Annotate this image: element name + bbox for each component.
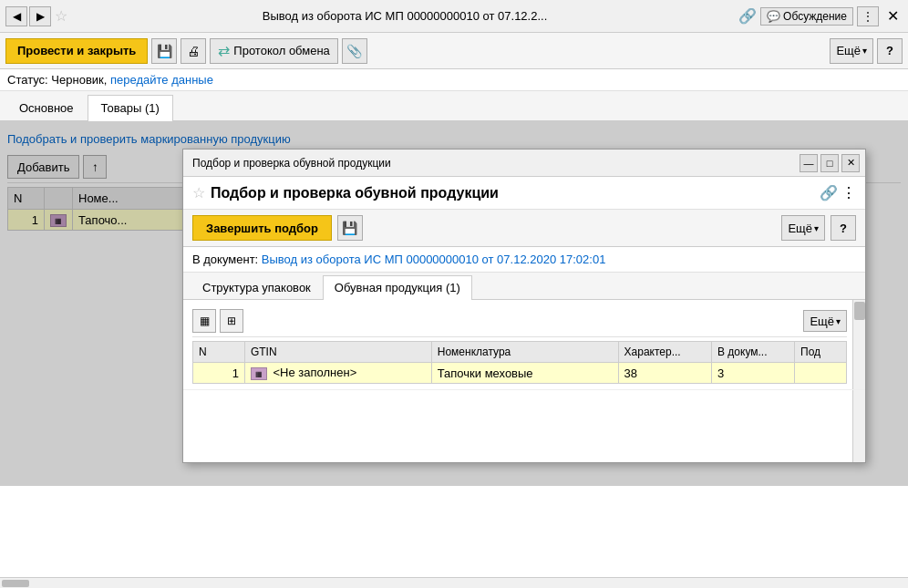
gtin-icon: ▦ <box>251 367 267 380</box>
status-link[interactable]: передайте данные <box>110 73 213 87</box>
modal-minimize-button[interactable]: — <box>800 154 818 172</box>
link-icon[interactable]: 🔗 <box>738 7 757 25</box>
main-toolbar: Провести и закрыть 💾 🖨 ⇄ Протокол обмена… <box>0 33 908 69</box>
save-icon: 💾 <box>157 44 172 58</box>
modal-titlebar: Подбор и проверка обувной продукции — □ … <box>183 150 865 177</box>
grid-icon: ⊞ <box>227 315 236 327</box>
modal-more-label: Ещё <box>788 222 812 235</box>
modal-star-icon[interactable]: ☆ <box>192 184 205 201</box>
modal-toolbar: Завершить подбор 💾 Ещё ? <box>183 210 865 247</box>
modal-header: ☆ Подбор и проверка обувной продукции 🔗 … <box>183 177 865 210</box>
exchange-protocol-button[interactable]: ⇄ Протокол обмена <box>210 38 338 64</box>
modal-table-row: 1 ▦ <Не заполнен> Тапочки меховые 38 3 <box>193 363 847 384</box>
status-bar: Статус: Черновик, передайте данные <box>0 69 908 91</box>
main-content: Подобрать и проверить маркированную прод… <box>0 121 908 486</box>
modal-dots-icon[interactable]: ⋮ <box>841 184 856 201</box>
exchange-icon: ⇄ <box>218 42 230 59</box>
modal-col-n: N <box>193 342 245 363</box>
status-prefix: Статус: <box>7 73 48 87</box>
modal-document-ref: В документ: Вывод из оборота ИС МП 00000… <box>183 247 865 273</box>
modal-cell-gtin: ▦ <Не заполнен> <box>244 363 431 384</box>
document-link[interactable]: Вывод из оборота ИС МП 00000000010 от 07… <box>262 253 606 266</box>
status-text: Черновик, <box>51 73 107 87</box>
scrollbar-thumb <box>854 302 865 320</box>
modal-titlebar-text: Подбор и проверка обувной продукции <box>189 157 800 170</box>
print-button[interactable]: 🖨 <box>181 38 206 64</box>
more-button[interactable]: Ещё <box>830 38 873 64</box>
modal-inner-toolbar: ▦ ⊞ Ещё <box>192 305 847 337</box>
favorite-button[interactable]: ☆ <box>51 6 71 26</box>
modal-empty-area <box>183 389 865 462</box>
post-and-close-button[interactable]: Провести и закрыть <box>5 38 148 64</box>
modal-col-char: Характер... <box>618 342 711 363</box>
chat-icon: 💬 <box>767 10 780 23</box>
chat-label: Обсуждение <box>783 10 847 23</box>
tab-main[interactable]: Основное <box>5 95 88 120</box>
gtin-text: <Не заполнен> <box>273 366 357 379</box>
barcode-icon: ▦ <box>200 315 210 327</box>
tab-goods[interactable]: Товары (1) <box>88 95 173 121</box>
forward-button[interactable]: ▶ <box>29 6 51 26</box>
modal-grid-button[interactable]: ⊞ <box>220 309 243 333</box>
modal-inner-more-label: Ещё <box>810 315 834 328</box>
back-button[interactable]: ◀ <box>5 6 27 26</box>
print-icon: 🖨 <box>187 44 200 58</box>
modal-scrollbar-2[interactable] <box>852 390 865 462</box>
modal-dialog: Подбор и проверка обувной продукции — □ … <box>182 149 866 463</box>
more-dots-button[interactable]: ⋮ <box>857 6 879 26</box>
title-bar: ◀ ▶ ☆ Вывод из оборота ИС МП 00000000010… <box>0 0 908 33</box>
clip-icon: 📎 <box>346 44 362 58</box>
modal-cell-vdok: 3 <box>712 363 795 384</box>
modal-title: Подбор и проверка обувной продукции <box>211 185 820 201</box>
modal-save-button[interactable]: 💾 <box>337 215 363 241</box>
modal-products-table: N GTIN Номенклатура Характер... В докум.… <box>192 341 847 384</box>
modal-cell-n: 1 <box>193 363 245 384</box>
modal-help-button[interactable]: ? <box>831 215 856 241</box>
finish-selection-button[interactable]: Завершить подбор <box>192 215 332 241</box>
modal-inner-more-button[interactable]: Ещё <box>803 310 847 332</box>
modal-header-actions: 🔗 ⋮ <box>820 184 856 201</box>
scrollbar-thumb-bottom <box>2 580 29 587</box>
modal-scrollbar[interactable] <box>852 300 865 389</box>
modal-col-pod: Под <box>795 342 847 363</box>
modal-maximize-button[interactable]: □ <box>820 154 839 172</box>
modal-col-name: Номенклатура <box>431 342 618 363</box>
modal-tab-structure[interactable]: Структура упаковок <box>191 275 323 299</box>
modal-barcode-button[interactable]: ▦ <box>192 309 216 333</box>
bottom-scrollbar[interactable] <box>0 577 908 588</box>
modal-more-button[interactable]: Ещё <box>781 215 825 241</box>
modal-cell-name: Тапочки меховые <box>431 363 618 384</box>
save-button[interactable]: 💾 <box>151 38 177 64</box>
nav-buttons: ◀ ▶ <box>5 6 51 26</box>
modal-col-gtin: GTIN <box>244 342 431 363</box>
help-button[interactable]: ? <box>877 38 903 64</box>
modal-tabs: Структура упаковок Обувная продукция (1) <box>183 273 865 300</box>
modal-cell-pod <box>795 363 847 384</box>
exchange-label: Протокол обмена <box>233 44 330 57</box>
window-title: Вывод из оборота ИС МП 00000000010 от 07… <box>71 9 738 23</box>
doc-ref-prefix: В документ: <box>192 253 258 266</box>
modal-link-icon[interactable]: 🔗 <box>820 184 838 201</box>
modal-cell-char: 38 <box>618 363 711 384</box>
title-actions: 🔗 💬 Обсуждение ⋮ ✕ <box>738 6 903 26</box>
modal-tab-shoes[interactable]: Обувная продукция (1) <box>323 275 472 300</box>
clip-button[interactable]: 📎 <box>342 38 367 64</box>
main-tabs: Основное Товары (1) <box>0 91 908 121</box>
modal-save-icon: 💾 <box>342 221 357 235</box>
modal-close-button[interactable]: ✕ <box>841 154 860 172</box>
modal-content: ▦ ⊞ Ещё N GTIN Номенклатура <box>183 300 865 389</box>
page-background: ◀ ▶ ☆ Вывод из оборота ИС МП 00000000010… <box>0 0 908 588</box>
modal-col-vdok: В докум... <box>712 342 795 363</box>
more-label: Ещё <box>836 44 861 57</box>
chat-button[interactable]: 💬 Обсуждение <box>760 7 853 26</box>
close-window-button[interactable]: ✕ <box>882 6 903 26</box>
